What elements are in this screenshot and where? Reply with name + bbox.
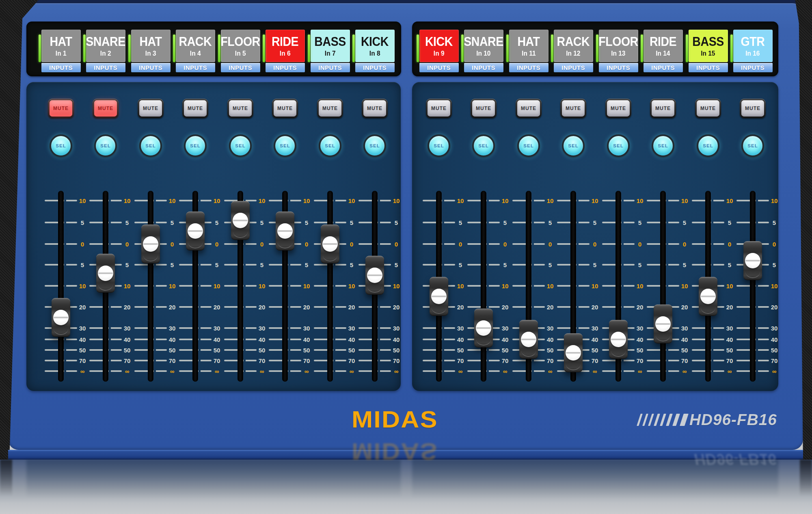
level-meter-icon [596, 35, 598, 62]
sel-button[interactable]: SEL [184, 134, 207, 157]
scale-label: 70 [124, 358, 131, 364]
mute-button[interactable]: MUTE [317, 99, 343, 118]
fader-cap[interactable] [321, 225, 339, 263]
fader-cap[interactable] [96, 254, 115, 293]
fader-slot[interactable] [750, 191, 756, 382]
mute-button[interactable]: MUTE [695, 99, 721, 118]
scale-label: ∞ [638, 368, 642, 374]
sel-button[interactable]: SEL [697, 134, 719, 157]
scale-label: 70 [457, 358, 464, 364]
channel-input-label: In 4 [190, 50, 201, 57]
scale-label: ∞ [728, 368, 732, 374]
sel-button[interactable]: SEL [562, 134, 585, 157]
scale-label: 0 [305, 241, 308, 247]
mute-button[interactable]: MUTE [650, 99, 676, 118]
mute-button[interactable]: MUTE [516, 99, 542, 118]
sel-button[interactable]: SEL [607, 134, 630, 157]
scale-label: 10 [348, 198, 355, 204]
mute-button-face: MUTE [319, 100, 341, 117]
fader-cap[interactable] [186, 212, 205, 251]
mute-button[interactable]: MUTE [560, 99, 586, 118]
scale-label: 10 [214, 198, 220, 204]
scale-label: 10 [637, 283, 644, 289]
sel-button[interactable]: SEL [472, 134, 495, 157]
mute-button[interactable]: MUTE [362, 99, 388, 118]
channel-display: RACKIn 4 [176, 30, 215, 62]
fader-cap[interactable] [52, 298, 70, 337]
sel-button[interactable]: SEL [229, 134, 252, 157]
scale-label: 10 [681, 198, 688, 204]
fader-slot[interactable] [327, 191, 333, 382]
mute-button[interactable]: MUTE [471, 99, 497, 118]
mute-button-face: MUTE [562, 100, 585, 117]
channel-input-label: In 10 [476, 50, 490, 57]
scale-label: 5 [125, 220, 129, 226]
scale-label: 70 [214, 358, 220, 364]
scale-label: 10 [124, 198, 131, 204]
fader-slot[interactable] [481, 191, 486, 382]
scribble-strip: HATIn 1INPUTS [41, 30, 81, 62]
mute-button[interactable]: MUTE [138, 99, 164, 118]
scale-label: 50 [502, 347, 509, 353]
mute-button[interactable]: MUTE [272, 99, 298, 118]
fader-cap-grip [143, 236, 158, 252]
sel-button[interactable]: SEL [274, 134, 296, 157]
strip-category-label: INPUTS [689, 63, 728, 72]
scale-label: 5 [350, 220, 353, 226]
scale-label: 5 [638, 220, 641, 226]
fader-cap[interactable] [365, 256, 384, 295]
channel-display: FLOORIn 5 [221, 30, 260, 62]
sel-button[interactable]: SEL [517, 134, 540, 157]
mute-button[interactable]: MUTE [227, 99, 253, 118]
scale-label: 30 [637, 325, 644, 331]
scale-label: 70 [681, 358, 688, 364]
scale-label: 10 [393, 198, 400, 204]
fader-slot[interactable] [148, 191, 153, 382]
sel-button[interactable]: SEL [363, 134, 386, 157]
fader-cap[interactable] [654, 305, 672, 343]
sel-button[interactable]: SEL [139, 134, 162, 157]
scale-label: 40 [592, 337, 598, 343]
mute-button[interactable]: MUTE [182, 99, 208, 118]
sel-button[interactable]: SEL [428, 134, 450, 157]
scribble-strip: KICKIn 8INPUTS [355, 30, 395, 62]
mute-button[interactable]: MUTE [93, 99, 119, 118]
mute-button[interactable]: MUTE [605, 99, 631, 118]
fader-panel-bank-b: MUTESEL10505102030405070∞MUTESEL10505102… [412, 82, 778, 391]
fader-cap[interactable] [743, 241, 762, 280]
mute-button-face: MUTE [229, 100, 252, 117]
sel-button[interactable]: SEL [50, 134, 72, 157]
mute-button[interactable]: MUTE [48, 99, 74, 118]
scale-label: 50 [303, 347, 310, 353]
fader-cap[interactable] [276, 212, 294, 251]
sel-button[interactable]: SEL [319, 134, 341, 157]
fader-cap[interactable] [519, 320, 538, 359]
mute-button[interactable]: MUTE [426, 99, 452, 118]
fader-slot[interactable] [58, 191, 64, 382]
fader-cap[interactable] [609, 320, 628, 359]
level-meter-icon [641, 35, 643, 62]
fader-cap[interactable] [231, 201, 250, 240]
fader-cap[interactable] [430, 277, 448, 316]
mute-button-face: MUTE [184, 100, 207, 117]
fader-cap-grip [53, 310, 69, 325]
sel-button[interactable]: SEL [652, 134, 674, 157]
channel-display: HATIn 3 [131, 30, 171, 62]
fader-cap-grip [98, 266, 113, 281]
scale-label: 40 [681, 337, 688, 343]
fader-cap[interactable] [699, 277, 717, 316]
scale-label: 20 [637, 304, 644, 310]
scale-label: ∞ [682, 368, 687, 374]
fader-cap-grip [745, 253, 760, 268]
scale-label: 20 [681, 304, 688, 310]
mute-button[interactable]: MUTE [740, 99, 766, 118]
fader-cap[interactable] [564, 333, 583, 372]
sel-button[interactable]: SEL [741, 134, 764, 157]
fader-cap[interactable] [474, 309, 493, 348]
fader-slot[interactable] [660, 191, 666, 382]
midas-fader-controller: HATIn 1INPUTSSNAREIn 2INPUTSHATIn 3INPUT… [0, 0, 812, 514]
scale-label: 50 [592, 347, 598, 353]
fader-cap[interactable] [141, 225, 160, 263]
slash-mark-icon [654, 414, 660, 426]
sel-button[interactable]: SEL [94, 134, 117, 157]
